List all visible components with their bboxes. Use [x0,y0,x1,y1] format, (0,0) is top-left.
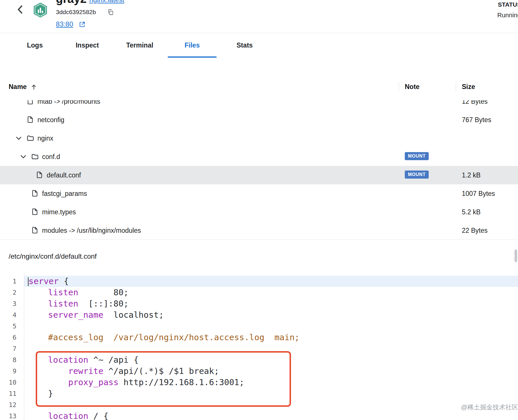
file-icon [31,190,39,197]
code-line-1[interactable]: 1server { [0,276,518,287]
watermark-text: @稀土掘金技术社区 [461,403,518,412]
code-text [24,321,518,332]
folder-icon [27,134,34,142]
file-name: mtab -> /proc/mounts [37,100,100,111]
container-image-icon [32,2,48,18]
container-id: 3ddc6392582b [56,9,96,16]
code-text: server { [24,276,518,287]
file-table-header: Name Note Size [0,77,518,100]
file-list: mtab -> /proc/mounts12 Bytesnetconfig767… [0,100,518,240]
file-size: 22 Bytes [462,221,488,240]
file-icon [31,226,39,234]
code-line-7[interactable]: 7 [0,343,518,354]
code-text: location ^~ /api { [24,354,518,366]
code-text: server_name localhost; [24,309,518,321]
code-text: listen 80; [24,287,518,298]
file-row-conf.d[interactable]: conf.dMOUNT [0,147,518,166]
code-text: } [24,388,518,399]
column-divider [456,82,456,91]
container-details-page: gray2 nginx:latest 3ddc6392582b 83:80 ST… [0,0,518,420]
code-line-8[interactable]: 8 location ^~ /api { [0,354,518,366]
code-line-6[interactable]: 6 #access_log /var/log/nginx/host.access… [0,332,518,343]
file-row-mtab[interactable]: mtab -> /proc/mounts12 Bytes [0,100,518,111]
tab-inspect[interactable]: Inspect [61,33,114,58]
file-row-default.conf[interactable]: default.confMOUNT1.2 kB [0,166,518,184]
port-link[interactable]: 83:80 [56,20,73,28]
code-line-13[interactable]: 13 location / { [0,410,518,420]
line-number: 8 [0,354,24,366]
code-line-3[interactable]: 3 listen [::]:80; [0,298,518,309]
file-name: mime.types [42,203,76,221]
line-number: 12 [0,399,24,410]
file-size: 5.2 kB [462,203,481,221]
folder-icon [31,153,39,160]
chevron-down-icon[interactable] [15,135,22,142]
code-line-4[interactable]: 4 server_name localhost; [0,309,518,321]
code-text [24,399,518,410]
column-header-size: Size [462,83,475,91]
tab-terminal[interactable]: Terminal [114,33,166,58]
file-row-fastcgi_params[interactable]: fastcgi_params1007 Bytes [0,184,518,203]
sort-asc-icon [30,83,37,90]
tab-bar: LogsInspectTerminalFilesStats [0,33,271,58]
column-header-note: Note [405,83,419,91]
external-link-icon[interactable] [78,21,86,28]
gutter-divider [24,273,24,420]
file-icon [27,116,34,124]
file-name: default.conf [47,166,81,184]
code-line-10[interactable]: 10 proxy_pass http://192.168.1.6:3001; [0,377,518,388]
scrollbar-thumb[interactable] [515,249,517,262]
line-number: 2 [0,287,24,298]
copy-icon[interactable] [107,9,114,16]
tab-files[interactable]: Files [166,33,218,58]
code-line-9[interactable]: 9 rewrite ^/api/(.*)$ /$1 break; [0,366,518,377]
file-path: /etc/nginx/conf.d/default.conf [9,252,97,260]
file-size: 12 Bytes [462,100,488,111]
code-lines: 1server {2 listen 80;3 listen [::]:80;4 … [0,273,518,420]
file-row-modules[interactable]: modules -> /usr/lib/nginx/modules22 Byte… [0,221,518,240]
tab-logs[interactable]: Logs [9,33,61,58]
code-line-12[interactable]: 12 [0,399,518,410]
code-line-11[interactable]: 11 } [0,388,518,399]
tab-stats[interactable]: Stats [218,33,271,58]
file-name: netconfig [37,111,64,129]
code-text: location / { [24,410,518,420]
file-name: conf.d [42,147,60,166]
file-size: 1007 Bytes [462,184,495,203]
back-button[interactable] [14,3,27,16]
line-number: 6 [0,332,24,343]
line-number: 10 [0,377,24,388]
status-value: Running [497,12,518,19]
mount-badge: MOUNT [405,152,429,160]
file-name: nginx [37,129,53,147]
line-number: 4 [0,309,24,321]
file-icon [31,208,39,216]
code-text: #access_log /var/log/nginx/host.access.l… [24,332,518,343]
code-text: proxy_pass http://192.168.1.6:3001; [24,377,518,388]
container-header: gray2 nginx:latest 3ddc6392582b 83:80 ST… [0,0,518,33]
line-number: 9 [0,366,24,377]
status-label: STATUS [498,1,518,8]
file-path-bar: /etc/nginx/conf.d/default.conf [0,240,518,273]
column-name-label: Name [9,83,27,91]
code-line-5[interactable]: 5 [0,321,518,332]
chevron-down-icon[interactable] [20,153,27,160]
file-icon [36,171,44,179]
line-number: 7 [0,343,24,354]
file-row-netconfig[interactable]: netconfig767 Bytes [0,111,518,129]
file-row-nginx[interactable]: nginx [0,129,518,147]
code-text [24,343,518,354]
file-icon [27,100,34,105]
code-line-2[interactable]: 2 listen 80; [0,287,518,298]
code-text: listen [::]:80; [24,298,518,309]
file-row-mime.types[interactable]: mime.types5.2 kB [0,203,518,221]
line-number: 3 [0,298,24,309]
file-name: fastcgi_params [42,184,87,203]
image-link[interactable]: nginx:latest [89,0,124,4]
file-name: modules -> /usr/lib/nginx/modules [42,221,141,240]
code-editor[interactable]: 1server {2 listen 80;3 listen [::]:80;4 … [0,273,518,420]
column-divider [399,82,399,91]
file-size: 767 Bytes [462,111,491,129]
column-header-name[interactable]: Name [9,83,37,91]
line-number: 1 [0,276,24,287]
